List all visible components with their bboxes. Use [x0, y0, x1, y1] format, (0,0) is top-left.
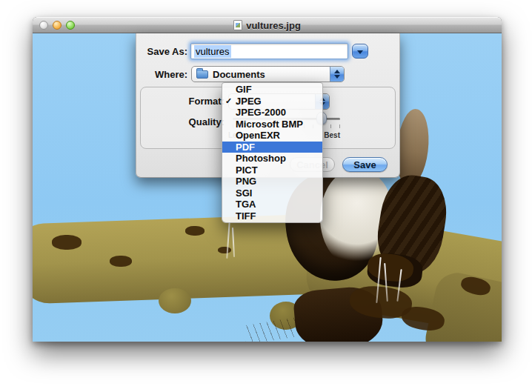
expand-disclosure-button[interactable] [352, 44, 368, 59]
menu-item-pict[interactable]: PICT [222, 165, 322, 176]
where-value: Documents [213, 69, 265, 80]
save-as-input[interactable]: vultures [190, 43, 348, 59]
save-as-label: Save As: [136, 46, 187, 57]
bark-spot [52, 235, 82, 250]
title-area: vultures.jpg [33, 17, 502, 33]
preview-window: vultures.jpg Save As: vultures [33, 17, 502, 342]
menu-item-jpeg[interactable]: ✓ JPEG [222, 96, 322, 107]
menu-item-openexr[interactable]: OpenEXR [222, 130, 322, 142]
menu-item-tga[interactable]: TGA [222, 199, 322, 210]
save-button[interactable]: Save [342, 157, 388, 172]
window-title: vultures.jpg [246, 20, 301, 31]
menu-item-microsoft-bmp[interactable]: Microsoft BMP [222, 119, 322, 130]
menu-item-jpeg-2000[interactable]: JPEG-2000 [222, 107, 322, 119]
menu-item-pdf[interactable]: PDF [222, 142, 322, 153]
menu-item-png[interactable]: PNG [222, 176, 322, 187]
bark-spot [218, 247, 231, 253]
branch-knob [159, 288, 191, 313]
where-label: Where: [136, 69, 187, 80]
bark-spot [110, 256, 132, 267]
menu-item-gif[interactable]: GIF [222, 84, 322, 96]
where-popup[interactable]: Documents [191, 66, 345, 82]
bark-spot [185, 226, 205, 236]
save-as-selected-text: vultures [194, 45, 231, 58]
format-dropdown-menu: GIF ✓ JPEG JPEG-2000 Microsoft BMP OpenE… [222, 82, 323, 223]
quality-label: Quality: [136, 116, 225, 127]
menu-item-sgi[interactable]: SGI [222, 187, 322, 199]
popup-stepper-icon [330, 67, 344, 82]
folder-icon [196, 70, 208, 79]
document-icon [233, 20, 242, 30]
twig-silhouettes [243, 316, 305, 342]
checkmark-icon: ✓ [225, 96, 232, 106]
format-label: Format: [136, 96, 225, 107]
titlebar[interactable]: vultures.jpg [33, 17, 502, 33]
menu-item-tiff[interactable]: TIFF [222, 210, 322, 222]
menu-item-photoshop[interactable]: Photoshop [222, 153, 322, 165]
